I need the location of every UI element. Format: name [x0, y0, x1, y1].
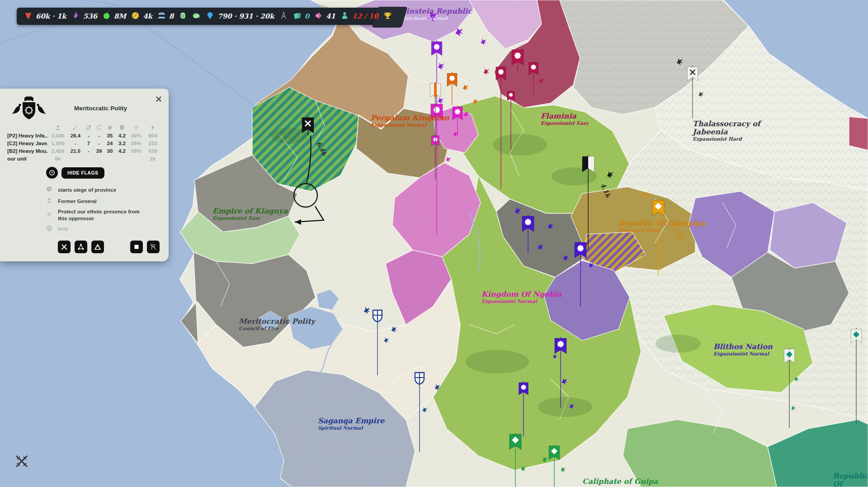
population-indicator[interactable]: 8 [157, 11, 174, 22]
unit-row[interactable]: [C2] Heavy Jave...1,500-7-243.235%210 [7, 139, 162, 147]
unit-stat: 35 [104, 133, 116, 138]
unit-capacity-value: 12 / 10 [352, 12, 378, 20]
hide-flags-button[interactable]: HIDE FLAGS [61, 167, 104, 179]
unit-row[interactable]: [B2] Heavy Mou...2,45921.5-39304.235%639 [7, 147, 162, 155]
unit-stat: 3.2 [116, 141, 128, 146]
legend-item: starts siege of province [46, 186, 162, 194]
unit-stat: 35% [128, 141, 144, 146]
culture-indicator[interactable] [179, 11, 187, 22]
units-table-header [7, 124, 162, 132]
column-heart-icon [104, 124, 116, 131]
people-icon [157, 11, 166, 22]
gold-value: 4k [143, 12, 152, 20]
food-indicator[interactable]: 8M [102, 11, 126, 22]
unit-stat: 24 [104, 141, 116, 146]
unit-stat: 639 [144, 148, 162, 154]
flame-icon [71, 11, 80, 22]
banner-icon [24, 11, 33, 22]
military-strength-value: 60k · 1k [36, 12, 66, 20]
research-indicator[interactable]: 790 · 931 · 20k [206, 11, 274, 22]
military-strength-indicator[interactable]: 60k · 1k [24, 11, 66, 22]
units-table: [P2] Heavy Infa...2,43626.4--354.236%804… [7, 124, 162, 162]
unit-stat: 2,436 [48, 133, 68, 138]
victory-indicator[interactable] [383, 11, 392, 22]
column-sun-icon [128, 124, 144, 131]
unit-stat: 39 [94, 148, 104, 154]
column-sword-icon [68, 124, 83, 131]
meeple-icon [340, 11, 349, 22]
legend-item: help [46, 225, 162, 233]
wildlife-indicator[interactable] [192, 11, 201, 22]
unit-stat: 804 [144, 133, 162, 138]
unit-stat: 35% [128, 148, 144, 154]
alerts-value: 41 [326, 12, 335, 20]
trophy-icon [383, 11, 392, 22]
unit-capacity-indicator[interactable]: 12 / 10 [340, 11, 378, 22]
bulb-icon [206, 11, 214, 22]
mana-indicator[interactable]: 536 [71, 11, 97, 22]
unit-stat: - [68, 141, 83, 146]
gold-indicator[interactable]: 4k [131, 11, 152, 22]
unit-stat: 7 [83, 141, 94, 146]
unit-stat: 210 [144, 141, 162, 146]
research-value: 790 · 931 · 20k [217, 12, 274, 20]
top-resource-bar: 60k · 1k5368M4k8790 · 931 · 20k04112 / 1… [17, 8, 399, 25]
summary-row: our unit 6k 2k [7, 155, 162, 162]
decisions-value: 0 [305, 12, 309, 20]
unit-stat: 26.4 [68, 133, 83, 138]
population-value: 8 [169, 12, 174, 20]
unit-legend: starts siege of provinceFormer GeneralPr… [46, 186, 162, 233]
unit-stat: - [94, 133, 104, 138]
unit-stat: - [94, 141, 104, 146]
crossed-swords-icon[interactable] [13, 452, 31, 472]
unit-stat: 2,459 [48, 148, 68, 154]
unit-stat: 4.2 [116, 148, 128, 154]
decisions-indicator[interactable]: 0 [293, 11, 309, 22]
merge-army-button[interactable] [75, 241, 87, 253]
unit-stat: - [83, 133, 94, 138]
column-pierce-icon [83, 124, 94, 131]
globe-icon [46, 225, 52, 233]
siege-timer-button[interactable] [46, 167, 58, 179]
clock-icon [46, 186, 52, 194]
polity-crest [7, 94, 52, 123]
alerts-indicator[interactable]: 41 [314, 11, 335, 22]
column-speed-icon [144, 124, 162, 131]
column-shield-icon [116, 124, 128, 131]
elephant-icon [192, 11, 201, 22]
unit-stat: 1,500 [48, 141, 68, 146]
person-icon [46, 197, 52, 205]
unit-stat: 21.5 [68, 148, 83, 154]
stop-button[interactable] [130, 241, 143, 253]
construction-indicator[interactable] [279, 11, 288, 22]
cards-icon [293, 11, 302, 22]
megaphone-icon [314, 11, 323, 22]
unit-row[interactable]: [P2] Heavy Infa...2,43626.4--354.236%804 [7, 132, 162, 139]
apple-icon [102, 11, 111, 22]
food-value: 8M [114, 12, 126, 20]
column-person-icon [48, 124, 68, 131]
legend-item: Former General [46, 197, 162, 205]
close-icon[interactable]: ✕ [154, 93, 163, 105]
attack-button[interactable] [58, 241, 71, 253]
unit-stat: 36% [128, 133, 144, 138]
unit-stat: - [83, 148, 94, 154]
legend-item: Protect our ethnic presence from this op… [46, 208, 162, 222]
panel-title: Meritocratic Polity [52, 105, 149, 112]
summary-speed: 2k [144, 156, 162, 161]
compass-icon [279, 11, 288, 22]
summary-troops: 6k [48, 156, 68, 161]
unit-stat: 4.2 [116, 133, 128, 138]
terrain-button[interactable] [91, 241, 104, 253]
coin-icon [131, 11, 140, 22]
close-icon [46, 211, 52, 219]
no-flag-button[interactable] [147, 241, 160, 253]
column-morale-icon [94, 124, 104, 131]
polity-panel: ✕ Meritocratic Polity [P2] Heavy Infa...… [0, 89, 169, 261]
mana-value: 536 [83, 12, 97, 20]
unit-stat: 30 [104, 148, 116, 154]
mask-icon [179, 11, 187, 22]
